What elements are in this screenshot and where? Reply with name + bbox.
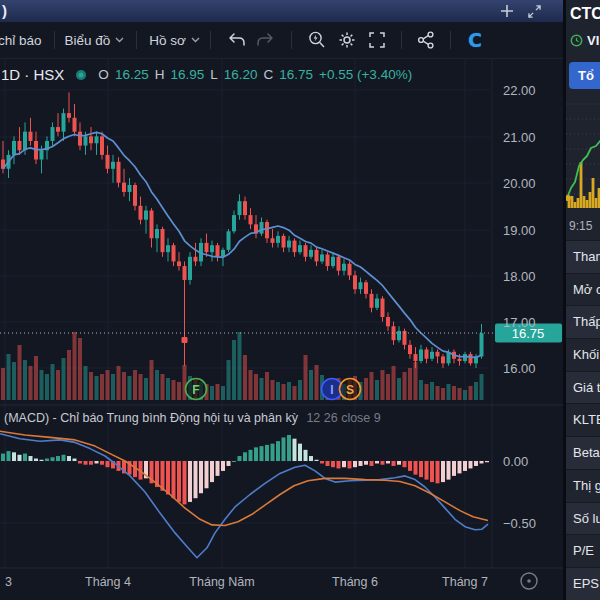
high-value: 16.95 xyxy=(170,67,204,82)
macd-axis-label: 0.00 xyxy=(503,454,528,469)
stat-row-9[interactable]: Số lư xyxy=(566,502,600,535)
chevron-down-icon xyxy=(115,37,124,43)
window-titlebar: ) xyxy=(0,0,563,23)
stat-row-2[interactable]: Mở c xyxy=(566,273,600,306)
settings-gear-icon[interactable] xyxy=(332,26,362,54)
price-axis-label: 17.00 xyxy=(503,315,536,330)
open-value: 16.25 xyxy=(115,67,149,82)
divider xyxy=(210,31,211,49)
event-marker-i[interactable]: I xyxy=(330,383,333,397)
broker-logo[interactable]: C xyxy=(460,26,490,54)
time-axis-label: 3 xyxy=(5,575,12,589)
divider xyxy=(136,31,137,49)
profile-menu[interactable]: Hồ sơ xyxy=(149,33,200,48)
stat-rows: ThamMở cThấpKhối lGiá trKLTBBetaThị giSố… xyxy=(566,240,600,600)
market-status-icon xyxy=(76,70,86,80)
sidebar-exchange-label: VI xyxy=(587,33,599,48)
sidebar-symbol-title: CTC xyxy=(570,5,600,23)
macd-axis-label: −0.50 xyxy=(503,516,536,531)
time-axis-label: Tháng 6 xyxy=(332,575,378,589)
close-label: C xyxy=(264,67,274,82)
stat-row-10[interactable]: P/E xyxy=(566,534,600,567)
chart-toolbar: chỉ báo Biểu đồ Hồ sơ xyxy=(0,22,563,59)
fullscreen-icon[interactable] xyxy=(362,26,392,54)
symbol-interval: 1D · HSX xyxy=(1,66,64,83)
chevron-down-icon xyxy=(191,37,200,43)
intraday-sparkline xyxy=(566,96,600,216)
price-axis-label: 21.00 xyxy=(503,130,536,145)
event-marker-s[interactable]: S xyxy=(346,383,354,397)
change-value: +0.55 (+3.40%) xyxy=(319,67,412,82)
stat-row-6[interactable]: KLTB xyxy=(566,403,600,436)
close-value: 16.75 xyxy=(279,67,313,82)
time-axis-label: Tháng Năm xyxy=(189,575,254,589)
chart-canvas[interactable]: 16.7522.0021.0020.0019.0018.0017.0016.00… xyxy=(0,0,565,600)
indicators-label: chỉ báo xyxy=(0,33,42,48)
undo-button[interactable] xyxy=(221,26,251,54)
titlebar-text: ) xyxy=(2,1,7,21)
high-label: H xyxy=(155,67,165,82)
expand-icon[interactable] xyxy=(528,5,541,18)
price-axis-label: 18.00 xyxy=(503,269,536,284)
quick-search-icon[interactable] xyxy=(302,26,332,54)
open-label: O xyxy=(98,67,109,82)
redo-button[interactable] xyxy=(251,26,281,54)
time-axis-label: Tháng 7 xyxy=(442,575,488,589)
low-value: 16.20 xyxy=(224,67,258,82)
symbol-info-sidebar: CTC VI Tổ 9:15 ThamMở cThấpKhối lGiá trK… xyxy=(566,0,600,600)
add-panel-icon[interactable] xyxy=(500,4,514,18)
indicators-menu[interactable]: chỉ báo xyxy=(0,33,42,48)
stat-row-7[interactable]: Beta xyxy=(566,436,600,469)
price-axis-label: 19.00 xyxy=(503,223,536,238)
price-axis-label: 20.00 xyxy=(503,176,536,191)
stat-row-11[interactable]: EPS xyxy=(566,567,600,600)
low-label: L xyxy=(210,67,218,82)
profile-label: Hồ sơ xyxy=(149,33,186,48)
clock-icon xyxy=(570,34,583,47)
scroll-to-recent-icon[interactable] xyxy=(521,573,537,589)
macd-title: (MACD) - Chỉ báo Trung bình Động hội tụ … xyxy=(4,411,298,425)
macd-pane-title[interactable]: (MACD) - Chỉ báo Trung bình Động hội tụ … xyxy=(4,411,381,425)
share-icon[interactable] xyxy=(411,26,441,54)
sidebar-time: 9:15 xyxy=(569,219,592,233)
stat-row-8[interactable]: Thị gi xyxy=(566,469,600,502)
stat-row-5[interactable]: Giá tr xyxy=(566,371,600,404)
time-axis-label: Tháng 4 xyxy=(85,575,131,589)
divider xyxy=(450,31,451,49)
symbol-legend[interactable]: 1D · HSX O16.25 H16.95 L16.20 C16.75 +0.… xyxy=(1,66,412,83)
macd-params: 12 26 close 9 xyxy=(306,411,380,425)
overview-tab-button[interactable]: Tổ xyxy=(569,62,600,89)
stat-row-3[interactable]: Thấp xyxy=(566,305,600,338)
stat-row-4[interactable]: Khối l xyxy=(566,338,600,371)
chart-type-menu[interactable]: Biểu đồ xyxy=(65,33,125,48)
divider xyxy=(401,31,402,49)
sidebar-exchange-row: VI xyxy=(570,33,599,48)
stat-row-1[interactable]: Tham xyxy=(566,240,600,273)
price-axis-label: 22.00 xyxy=(503,83,536,98)
divider xyxy=(291,31,292,49)
event-marker-f[interactable]: F xyxy=(192,383,199,397)
divider xyxy=(54,31,55,49)
price-axis-label: 16.00 xyxy=(503,361,536,376)
chart-type-label: Biểu đồ xyxy=(65,33,111,48)
